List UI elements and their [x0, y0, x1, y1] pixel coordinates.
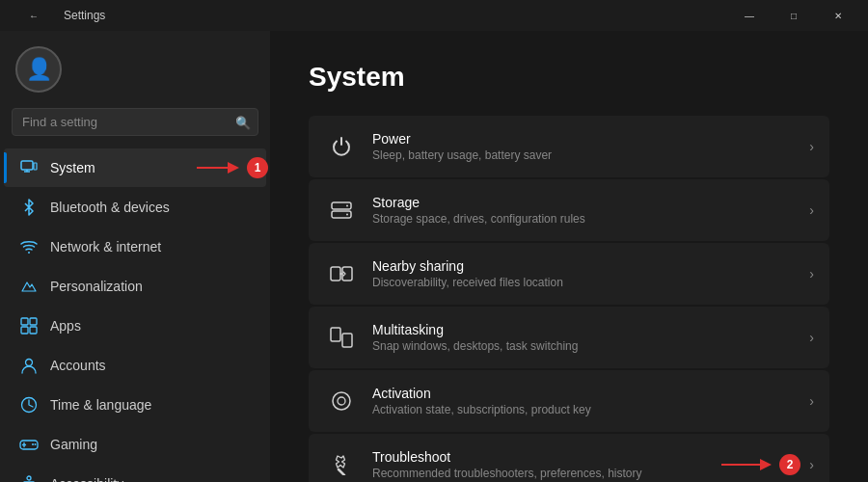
- settings-item-desc-troubleshoot: Recommended troubleshooters, preferences…: [372, 467, 809, 480]
- annotation-badge-1: 1: [247, 157, 268, 178]
- search-input[interactable]: [12, 108, 258, 136]
- sidebar-item-personalization[interactable]: Personalization: [4, 267, 266, 306]
- accounts-icon: [19, 356, 39, 375]
- settings-item-title-power: Power: [372, 131, 809, 147]
- accessibility-icon: [19, 474, 39, 482]
- back-icon: ←: [29, 11, 39, 21]
- sidebar-item-accounts[interactable]: Accounts: [4, 346, 266, 385]
- storage-icon: [324, 193, 359, 228]
- svg-point-18: [27, 476, 31, 480]
- titlebar-controls: — □ ✕: [727, 0, 860, 31]
- sidebar-item-label-gaming: Gaming: [50, 437, 97, 452]
- settings-item-title-multitasking: Multitasking: [372, 322, 809, 337]
- svg-rect-26: [342, 334, 352, 347]
- settings-item-storage[interactable]: Storage Storage space, drives, configura…: [309, 179, 829, 241]
- settings-item-nearby-sharing[interactable]: Nearby sharing Discoverability, received…: [309, 243, 829, 305]
- settings-item-activation[interactable]: Activation Activation state, subscriptio…: [309, 370, 829, 432]
- sidebar-item-label-system: System: [50, 160, 95, 175]
- svg-line-29: [339, 469, 344, 475]
- settings-item-title-nearby-sharing: Nearby sharing: [372, 258, 809, 274]
- svg-point-11: [26, 360, 33, 366]
- apps-icon: [19, 316, 39, 335]
- troubleshoot-chevron: ›: [809, 457, 814, 472]
- svg-rect-3: [34, 163, 37, 170]
- svg-rect-8: [30, 318, 37, 325]
- sidebar-item-network[interactable]: Network & internet: [4, 228, 266, 266]
- nearby-sharing-icon: [324, 256, 359, 291]
- maximize-icon: □: [791, 11, 797, 21]
- sidebar-item-gaming[interactable]: Gaming: [4, 425, 266, 464]
- sidebar-nav: System 1: [0, 147, 270, 482]
- sidebar: 👤 🔍 System: [0, 31, 270, 482]
- settings-item-desc-storage: Storage space, drives, configuration rul…: [372, 212, 809, 226]
- settings-item-troubleshoot[interactable]: Troubleshoot Recommended troubleshooters…: [309, 434, 829, 482]
- titlebar-left: ← Settings: [12, 0, 105, 31]
- sidebar-item-label-personalization: Personalization: [50, 279, 143, 294]
- personalization-icon: [19, 277, 39, 296]
- settings-item-text-power: Power Sleep, battery usage, battery save…: [372, 131, 809, 162]
- settings-item-title-storage: Storage: [372, 195, 809, 210]
- svg-rect-9: [21, 327, 28, 334]
- svg-point-16: [32, 443, 34, 445]
- minimize-icon: —: [745, 11, 754, 21]
- sidebar-item-label-network: Network & internet: [50, 239, 161, 254]
- settings-item-text-storage: Storage Storage space, drives, configura…: [372, 195, 809, 226]
- svg-point-27: [333, 392, 350, 410]
- settings-list: Power Sleep, battery usage, battery save…: [309, 116, 829, 482]
- sidebar-item-label-bluetooth: Bluetooth & devices: [50, 200, 170, 215]
- sidebar-item-time[interactable]: Time & language: [4, 386, 266, 424]
- settings-item-multitasking[interactable]: Multitasking Snap windows, desktops, tas…: [309, 307, 829, 368]
- settings-item-title-troubleshoot: Troubleshoot: [372, 449, 809, 465]
- svg-rect-23: [331, 267, 340, 281]
- user-icon: 👤: [26, 57, 52, 82]
- multitasking-icon: [324, 320, 359, 355]
- network-icon: [19, 237, 39, 256]
- settings-item-desc-multitasking: Snap windows, desktops, task switching: [372, 339, 809, 353]
- activation-chevron: ›: [809, 393, 814, 409]
- back-button[interactable]: ←: [12, 0, 56, 31]
- svg-rect-10: [30, 327, 37, 334]
- sidebar-item-label-time: Time & language: [50, 397, 151, 413]
- close-icon: ✕: [834, 11, 842, 21]
- search-icon: 🔍: [235, 115, 251, 129]
- sidebar-search-wrapper: 🔍: [12, 108, 258, 136]
- maximize-button[interactable]: □: [772, 0, 816, 31]
- bluetooth-icon: [19, 198, 39, 217]
- titlebar: ← Settings — □ ✕: [0, 0, 868, 31]
- settings-item-desc-activation: Activation state, subscriptions, product…: [372, 403, 809, 416]
- settings-item-text-multitasking: Multitasking Snap windows, desktops, tas…: [372, 322, 809, 353]
- page-title: System: [309, 62, 829, 93]
- sidebar-item-label-apps: Apps: [50, 318, 81, 334]
- titlebar-title: Settings: [64, 9, 105, 22]
- sidebar-item-bluetooth[interactable]: Bluetooth & devices: [4, 188, 266, 227]
- troubleshoot-icon: [324, 447, 359, 482]
- annotation-arrow-1: [197, 160, 243, 175]
- sidebar-item-accessibility[interactable]: Accessibility: [4, 465, 266, 482]
- settings-item-desc-nearby-sharing: Discoverability, received files location: [372, 276, 809, 289]
- sidebar-user: 👤: [0, 31, 270, 100]
- svg-point-6: [28, 252, 30, 254]
- svg-point-28: [338, 397, 345, 405]
- sidebar-item-apps[interactable]: Apps: [4, 307, 266, 345]
- svg-rect-0: [21, 161, 33, 170]
- svg-point-17: [35, 443, 37, 445]
- settings-item-power[interactable]: Power Sleep, battery usage, battery save…: [309, 116, 829, 177]
- svg-rect-7: [21, 318, 28, 325]
- close-button[interactable]: ✕: [816, 0, 860, 31]
- power-chevron: ›: [809, 139, 814, 154]
- power-icon: [324, 129, 359, 164]
- avatar: 👤: [15, 46, 62, 93]
- svg-point-20: [346, 205, 348, 207]
- gaming-icon: [19, 435, 39, 454]
- settings-item-title-activation: Activation: [372, 386, 809, 401]
- app-body: 👤 🔍 System: [0, 31, 868, 482]
- sidebar-item-system[interactable]: System 1: [4, 148, 266, 187]
- minimize-button[interactable]: —: [727, 0, 772, 31]
- settings-item-desc-power: Sleep, battery usage, battery saver: [372, 148, 809, 162]
- time-icon: [19, 395, 39, 415]
- multitasking-chevron: ›: [809, 330, 814, 345]
- storage-chevron: ›: [809, 202, 814, 218]
- main-content: System Power Sleep, battery usage, batte…: [270, 31, 868, 482]
- svg-rect-24: [342, 267, 352, 281]
- svg-rect-25: [331, 328, 340, 341]
